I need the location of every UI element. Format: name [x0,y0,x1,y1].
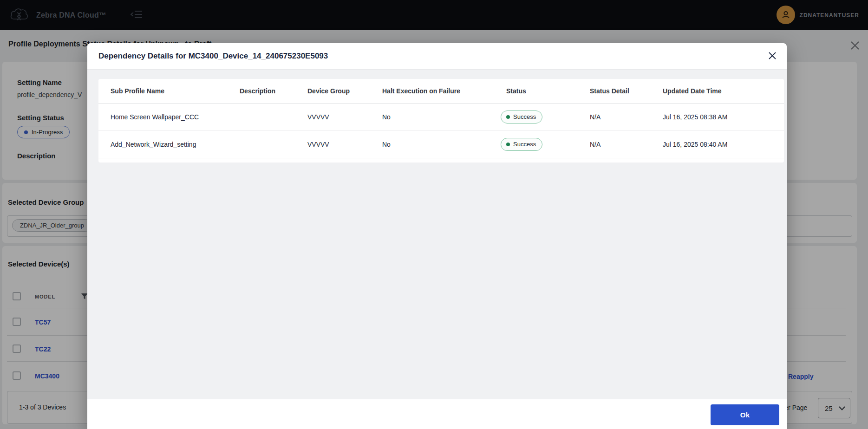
cell-sub-profile-name: Home Screen Wallpaper_CCC [98,103,240,130]
success-badge: Success [501,138,542,151]
modal-close-icon[interactable] [768,52,777,61]
cell-updated-date-time: Jul 16, 2025 08:38 AM [663,103,784,130]
cell-halt-execution: No [382,103,506,130]
column-header-description: Description [240,79,307,103]
table-header-row: Sub Profile Name Description Device Grou… [98,79,784,103]
column-header-halt-execution: Halt Execution on Failure [382,79,506,103]
dependency-table: Sub Profile Name Description Device Grou… [98,79,784,158]
cell-status-detail: N/A [590,103,663,130]
cell-status-detail: N/A [590,130,663,158]
cell-sub-profile-name: Add_Network_Wizard_setting [98,130,240,158]
modal-titlebar: Dependency Details for MC3400_Device_14_… [87,43,787,70]
column-header-status: Status [506,79,590,103]
cell-status: Success [506,130,590,158]
cell-updated-date-time: Jul 16, 2025 08:40 AM [663,130,784,158]
table-row: Home Screen Wallpaper_CCC VVVVV No Succe… [98,103,784,130]
dependency-table-card: Sub Profile Name Description Device Grou… [98,79,784,162]
cell-description [240,103,307,130]
cell-description [240,130,307,158]
column-header-status-detail: Status Detail [590,79,663,103]
modal-title: Dependency Details for MC3400_Device_14_… [98,52,768,61]
cell-device-group: VVVVV [307,103,382,130]
success-badge: Success [501,110,542,124]
modal-footer: Ok [87,399,787,429]
ok-button[interactable]: Ok [711,404,779,425]
table-row: Add_Network_Wizard_setting VVVVV No Succ… [98,130,784,158]
column-header-sub-profile-name: Sub Profile Name [98,79,240,103]
success-badge-label: Success [513,141,536,148]
modal-body: Sub Profile Name Description Device Grou… [87,70,787,399]
column-header-updated-date-time: Updated Date Time [663,79,784,103]
success-dot-icon [506,115,510,119]
cell-device-group: VVVVV [307,130,382,158]
screen: Zebra DNA Cloud™ ZDNATENANTUSER Profile … [0,0,868,429]
column-header-device-group: Device Group [307,79,382,103]
cell-status: Success [506,103,590,130]
success-badge-label: Success [513,113,536,120]
dependency-details-modal: Dependency Details for MC3400_Device_14_… [87,43,787,429]
success-dot-icon [506,143,510,146]
cell-halt-execution: No [382,130,506,158]
